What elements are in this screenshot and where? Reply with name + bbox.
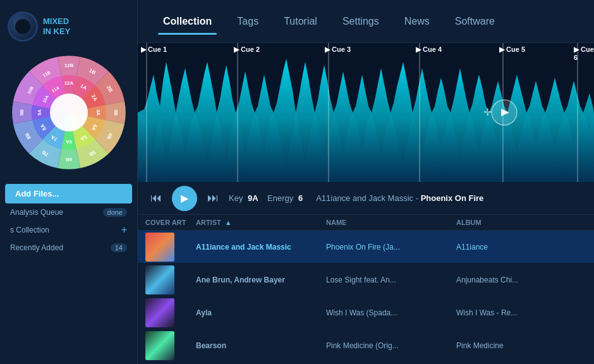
svg-text:3B: 3B xyxy=(113,109,119,116)
track-separator: - xyxy=(416,193,421,203)
header-artist: ARTIST ▲ xyxy=(196,219,326,226)
top-nav: Collection Tags Tutorial Settings News S… xyxy=(138,0,594,43)
waveform-svg: ✛ xyxy=(138,43,594,182)
sidebar-item-collection[interactable]: s Collection + xyxy=(5,221,132,239)
next-button[interactable]: ⏭ xyxy=(205,189,221,207)
track-album-0: A11iance xyxy=(456,243,586,252)
tab-tutorial[interactable]: Tutorial xyxy=(271,11,330,32)
waveform-area[interactable]: ✛ ▶ Cue 1 ▶ Cue 2 ▶ Cue 3 ▶ Cue 4 ▶ Cue … xyxy=(138,43,594,182)
energy-label: Energy xyxy=(267,193,293,203)
track-name-0: Phoenix On Fire (Ja... xyxy=(326,243,456,252)
tab-settings[interactable]: Settings xyxy=(330,11,392,32)
tab-tags[interactable]: Tags xyxy=(224,11,271,32)
logo-text: MIXED IN KEY xyxy=(43,16,70,36)
tab-news[interactable]: News xyxy=(392,11,442,32)
sidebar-item-recently-added[interactable]: Recently Added 14 xyxy=(5,240,132,255)
key-label: Key xyxy=(229,193,243,203)
prev-button[interactable]: ⏮ xyxy=(148,189,164,207)
tab-collection[interactable]: Collection xyxy=(150,11,224,32)
svg-text:9B: 9B xyxy=(19,109,25,116)
svg-text:3A: 3A xyxy=(95,109,101,116)
transport-bar: ⏮ ▶ ⏭ Key 9A Energy 6 A11iance and Jack … xyxy=(138,182,594,215)
svg-text:6B: 6B xyxy=(65,157,71,162)
track-artist-1: Ane Brun, Andrew Bayer xyxy=(196,276,326,284)
sidebar-menu: Add Files... Analysis Queue done s Colle… xyxy=(0,184,137,255)
main-content: Collection Tags Tutorial Settings News S… xyxy=(138,0,594,364)
now-playing-track: Phoenix On Fire xyxy=(421,193,484,203)
svg-text:12A: 12A xyxy=(64,80,73,86)
track-artist: A11iance and Jack Massic xyxy=(316,193,413,203)
track-artist-3: Bearson xyxy=(196,341,326,350)
key-wheel-svg: 12B 1B 2B 3B 4B 5B 6B 7B 8B 9B 10B 11B 1… xyxy=(9,52,129,173)
track-rows: A11iance and Jack MassicPhoenix On Fire … xyxy=(138,231,594,362)
svg-text:6A: 6A xyxy=(65,139,71,145)
track-list-header: COVER ART ARTIST ▲ NAME ALBUM xyxy=(138,215,594,231)
svg-text:9A: 9A xyxy=(37,109,42,116)
track-album-3: Pink Medicine xyxy=(456,341,586,350)
svg-text:12B: 12B xyxy=(64,63,73,68)
logo-icon xyxy=(8,11,38,42)
header-album: ALBUM xyxy=(456,219,586,226)
track-art-2 xyxy=(145,298,174,327)
table-row[interactable]: A11iance and Jack MassicPhoenix On Fire … xyxy=(138,231,594,264)
energy-value: 6 xyxy=(298,193,303,203)
sidebar: MIXED IN KEY xyxy=(0,0,138,364)
track-list: COVER ART ARTIST ▲ NAME ALBUM A11iance a… xyxy=(138,215,594,364)
header-cover-art: COVER ART xyxy=(145,219,196,226)
key-value: 9A xyxy=(248,193,258,203)
track-album-2: Wish I Was - Re... xyxy=(456,308,586,317)
table-row[interactable]: AylaWish I Was (Spada...Wish I Was - Re.… xyxy=(138,296,594,329)
track-name-2: Wish I Was (Spada... xyxy=(326,308,456,317)
track-info: Key 9A Energy 6 A11iance and Jack Massic… xyxy=(229,193,584,203)
header-name: NAME xyxy=(326,219,456,226)
track-artist-0: A11iance and Jack Massic xyxy=(196,243,326,252)
track-name-3: Pink Medicine (Orig... xyxy=(326,341,456,350)
track-art-3 xyxy=(145,331,174,360)
play-button[interactable]: ▶ xyxy=(172,186,197,211)
track-art-1 xyxy=(145,265,174,294)
track-artist-2: Ayla xyxy=(196,308,326,317)
track-name-1: Lose Sight feat. An... xyxy=(326,276,456,284)
sidebar-item-analysis-queue[interactable]: Analysis Queue done xyxy=(5,205,132,220)
sort-arrow-icon: ▲ xyxy=(225,219,232,226)
add-files-button[interactable]: Add Files... xyxy=(5,184,132,203)
tab-software[interactable]: Software xyxy=(442,11,507,32)
svg-text:✛: ✛ xyxy=(483,107,492,118)
svg-point-0 xyxy=(50,94,88,131)
table-row[interactable]: Ane Brun, Andrew BayerLose Sight feat. A… xyxy=(138,264,594,296)
track-album-1: Anjunabeats Chi... xyxy=(456,276,586,284)
table-row[interactable]: BearsonPink Medicine (Orig...Pink Medici… xyxy=(138,329,594,362)
key-wheel: 12B 1B 2B 3B 4B 5B 6B 7B 8B 9B 10B 11B 1… xyxy=(9,52,129,173)
logo-area: MIXED IN KEY xyxy=(0,6,78,49)
track-art-0 xyxy=(145,233,174,262)
